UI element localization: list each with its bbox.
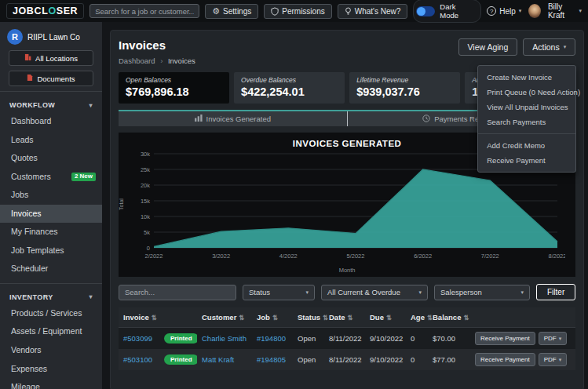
invoice-link[interactable]: #503100 xyxy=(123,355,152,364)
receive-payment-label: Receive Payment xyxy=(480,356,530,363)
receive-payment-button[interactable]: Receive Payment xyxy=(475,332,535,345)
col-job: Job⇅ xyxy=(252,307,293,328)
stat-open-balances[interactable]: Open Balances $769,896.18 xyxy=(119,72,229,104)
sidebar-item-invoices[interactable]: Invoices xyxy=(0,205,102,224)
sidebar-item-customers[interactable]: Customers 2 New xyxy=(0,168,102,187)
user-avatar[interactable] xyxy=(528,4,541,18)
tab-invoices-generated[interactable]: Invoices Generated xyxy=(119,111,347,126)
help-menu[interactable]: ? Help ▾ xyxy=(487,6,521,16)
col-label: Date xyxy=(329,313,345,322)
sidebar-item-mileage[interactable]: Mileage xyxy=(0,378,102,389)
svg-text:30k: 30k xyxy=(141,151,150,158)
user-menu[interactable]: Billy Kraft ▾ xyxy=(548,2,582,20)
chevron-down-icon: ▾ xyxy=(559,336,562,342)
pdf-button[interactable]: PDF▾ xyxy=(539,332,568,345)
chart-y-axis-label: Total xyxy=(119,198,124,210)
sort-icon[interactable]: ⇅ xyxy=(323,314,328,322)
actions-button[interactable]: Actions ▾ xyxy=(523,38,575,56)
job-link[interactable]: #194805 xyxy=(257,355,286,364)
stat-lifetime-revenue[interactable]: Lifetime Revenue $939,037.76 xyxy=(349,72,460,104)
company-avatar: R xyxy=(7,29,23,45)
global-search-input[interactable] xyxy=(89,4,199,18)
company-switcher[interactable]: R RIIPL Lawn Co xyxy=(0,22,102,50)
sidebar-item-scheduler[interactable]: Scheduler xyxy=(0,260,102,278)
chevron-down-icon: ▾ xyxy=(564,44,567,50)
page-title: Invoices xyxy=(119,38,195,52)
invoice-link[interactable]: #503099 xyxy=(123,334,152,343)
sidebar-item-expenses[interactable]: Expenses xyxy=(0,360,102,379)
item-label: Job Templates xyxy=(11,246,64,256)
receive-payment-button[interactable]: Receive Payment xyxy=(475,353,535,366)
job-link[interactable]: #194800 xyxy=(257,334,286,343)
chevron-down-icon: ▾ xyxy=(559,357,562,363)
view-aging-button[interactable]: View Aging xyxy=(458,38,518,56)
scope-select-value: All Current & Overdue xyxy=(327,288,400,296)
sidebar-item-vendors[interactable]: Vendors xyxy=(0,341,102,360)
sort-icon[interactable]: ⇅ xyxy=(239,314,244,322)
settings-button[interactable]: ⚙ Settings xyxy=(205,4,258,19)
col-badge xyxy=(159,307,197,328)
pdf-button[interactable]: PDF▾ xyxy=(539,353,568,366)
bar-chart-icon xyxy=(195,115,203,123)
dark-mode-toggle[interactable] xyxy=(416,6,435,16)
stat-label: Overdue Balances xyxy=(241,76,338,84)
menu-item-receive-payment[interactable]: Receive Payment xyxy=(478,153,575,168)
sort-icon[interactable]: ⇅ xyxy=(272,314,278,322)
sort-icon[interactable]: ⇅ xyxy=(386,314,392,322)
breadcrumb-separator-icon: › xyxy=(160,56,163,65)
breadcrumb-dashboard[interactable]: Dashboard xyxy=(119,56,155,65)
tab-label: Invoices Generated xyxy=(206,115,271,123)
topbar: JOBCLOSER ⚙ Settings Permissions What's … xyxy=(0,0,588,22)
sort-icon[interactable]: ⇅ xyxy=(348,314,353,322)
logo-text: JOBCL xyxy=(13,5,48,16)
sidebar-item-job-templates[interactable]: Job Templates xyxy=(0,242,102,260)
section-workflow[interactable]: WORKFLOW ▾ xyxy=(0,96,102,112)
sort-icon[interactable]: ⇅ xyxy=(427,314,433,322)
sidebar-item-dashboard[interactable]: Dashboard xyxy=(0,112,102,131)
table-search-input[interactable] xyxy=(119,285,236,300)
topbar-right: ? Help ▾ Billy Kraft ▾ xyxy=(487,2,582,20)
salesperson-select[interactable]: Salesperson ▾ xyxy=(434,285,530,300)
customer-link[interactable]: Matt Kraft xyxy=(202,355,234,364)
menu-item-create-new-invoice[interactable]: Create New Invoice xyxy=(478,70,575,85)
documents-button[interactable]: Documents xyxy=(9,71,93,86)
item-label: Vendors xyxy=(11,346,42,355)
filter-button[interactable]: Filter xyxy=(536,284,575,300)
stat-overdue-balances[interactable]: Overdue Balances $422,254.01 xyxy=(234,72,345,104)
sidebar-item-jobs[interactable]: Jobs xyxy=(0,186,102,205)
menu-item-search-payments[interactable]: Search Payments xyxy=(478,115,575,129)
sort-icon[interactable]: ⇅ xyxy=(463,314,469,322)
all-locations-button[interactable]: All Locations xyxy=(9,50,93,66)
printed-badge: Printed xyxy=(164,333,197,344)
sidebar-item-my-finances[interactable]: My Finances xyxy=(0,223,102,242)
col-label: Balance xyxy=(433,313,461,322)
sidebar-item-assets-equipment[interactable]: Assets / Equipment xyxy=(0,322,102,341)
menu-item-print-queue[interactable]: Print Queue (0 Need Action) xyxy=(478,85,575,100)
permissions-button[interactable]: Permissions xyxy=(264,4,331,19)
chevron-down-icon: ▾ xyxy=(519,8,522,14)
user-name: Billy Kraft xyxy=(548,2,576,20)
col-actions xyxy=(470,307,575,328)
current-overdue-select[interactable]: All Current & Overdue ▾ xyxy=(321,285,428,300)
sidebar-item-products-services[interactable]: Products / Services xyxy=(0,304,102,323)
sidebar-item-leads[interactable]: Leads xyxy=(0,131,102,150)
inventory-title: INVENTORY xyxy=(9,293,53,301)
col-label: Due xyxy=(370,313,384,322)
stat-value: $939,037.76 xyxy=(356,85,453,98)
workflow-title: WORKFLOW xyxy=(9,101,55,109)
all-locations-label: All Locations xyxy=(35,54,78,63)
sidebar-item-quotes[interactable]: Quotes xyxy=(0,149,102,168)
section-inventory[interactable]: INVENTORY ▾ xyxy=(0,289,102,304)
item-label: Dashboard xyxy=(11,117,51,126)
table-filters: Status ▾ All Current & Overdue ▾ Salespe… xyxy=(119,284,575,300)
menu-item-view-all-unpaid[interactable]: View All Unpaid Invoices xyxy=(478,100,575,115)
pdf-label: PDF xyxy=(544,356,557,363)
item-label: Leads xyxy=(11,136,34,145)
sort-icon[interactable]: ⇅ xyxy=(152,314,157,322)
whats-new-button[interactable]: What's New? xyxy=(338,4,408,19)
col-label: Customer xyxy=(202,313,236,322)
status-select[interactable]: Status ▾ xyxy=(243,285,315,300)
menu-item-add-credit-memo[interactable]: Add Credit Memo xyxy=(478,138,575,153)
logo-text-2: SER xyxy=(57,5,79,16)
customer-link[interactable]: Charlie Smith xyxy=(202,334,247,343)
